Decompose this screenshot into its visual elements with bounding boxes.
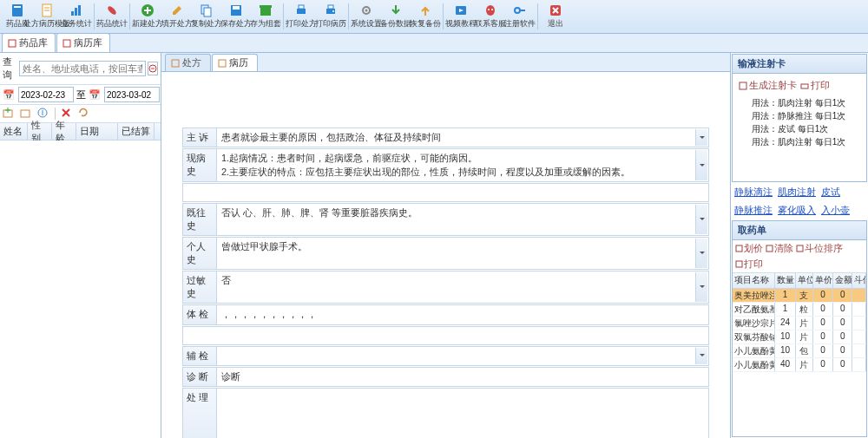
rx-list-panel: 取药单 划价清除斗位排序打印 项目名称数量单位单价金额斗位 奥美拉唑注射液1支0… (732, 220, 867, 437)
backup-btn[interactable]: 备份数据 (382, 1, 410, 32)
diagnosis-row: 诊 断诊断 (182, 367, 709, 387)
rx-row[interactable]: 双氯芬酸钠...10片00 (733, 330, 866, 344)
rx-cell: 0 (833, 358, 852, 371)
search-input[interactable] (19, 61, 146, 76)
refresh-icon[interactable] (78, 108, 90, 120)
dropdown-icon[interactable] (695, 239, 707, 268)
tab-record[interactable]: 病历 (212, 54, 258, 71)
route-link[interactable]: 皮试 (821, 186, 840, 199)
video-tutorial-btn[interactable]: 视频教程 (447, 1, 475, 32)
rx-cell: 片 (796, 358, 813, 371)
past-history-row: 既往史否认 心、肝、肺、脾、肾 等重要脏器疾病史。 (182, 203, 709, 236)
gen-card-button[interactable]: 生成注射卡 (739, 79, 797, 92)
blank-row (182, 183, 709, 202)
svg-rect-51 (766, 245, 773, 252)
tab-icon (8, 39, 16, 48)
adjust-price-button[interactable]: 划价 (735, 242, 763, 255)
rx-cell: 0 (833, 289, 852, 302)
down-icon (389, 3, 403, 17)
diagnosis-label: 诊 断 (182, 367, 217, 387)
route-link[interactable]: 雾化吸入 (778, 204, 816, 217)
edit-icon[interactable] (20, 108, 32, 120)
rx-row[interactable]: 对乙酰氨基...1粒00 (733, 303, 866, 317)
injection-line: 用法：肌肉注射 每日1次 (736, 96, 863, 109)
rx-cell: 小儿氨酚黄... (733, 358, 775, 371)
dropdown-icon[interactable] (695, 150, 707, 180)
save-group-btn[interactable]: 存为组套 (252, 1, 279, 32)
search-clear-icon[interactable] (148, 62, 159, 75)
dropdown-icon[interactable] (695, 348, 707, 364)
support-btn[interactable]: 联系客服 (477, 1, 504, 32)
plus-icon (141, 3, 155, 17)
past-history-field[interactable]: 否认 心、肝、肺、脾、肾 等重要脏器疾病史。 (217, 203, 709, 236)
injection-line: 用法：静脉推注 每日1次 (736, 109, 863, 122)
save-rx-btn[interactable]: 保存处方 (222, 1, 250, 32)
drug-stats-btn[interactable]: 药品统计 (98, 1, 126, 32)
chief-complaint-field[interactable]: 患者就诊最主要的原因，包括政治、体征及持续时间 (217, 127, 709, 147)
tab-rx[interactable]: 处方 (165, 54, 211, 71)
rx-row[interactable]: 小儿氨酚黄...40片00 (733, 358, 866, 372)
register-btn[interactable]: 注册软件 (506, 1, 534, 32)
biz-stats-btn[interactable]: 业务统计 (62, 1, 90, 32)
rx-cell: 0 (813, 344, 834, 357)
physical-exam-field[interactable]: ，，，，，，，，，， (217, 304, 709, 324)
aux-exam-field[interactable] (217, 346, 709, 366)
rx-cell: 0 (813, 330, 834, 343)
rx-cell: 片 (796, 330, 813, 343)
exit-btn[interactable]: 退出 (542, 1, 569, 32)
tab-drug-lib[interactable]: 药品库 (2, 33, 56, 52)
sort-price-button[interactable]: 斗位排序 (796, 242, 843, 255)
save-icon (229, 3, 243, 17)
route-links: 静脉滴注肌肉注射皮试静脉推注雾化吸入入小壶 (731, 183, 868, 219)
medical-record-form: 主 诉患者就诊最主要的原因，包括政治、体征及持续时间现病史1.起病情况：患者时间… (161, 72, 730, 438)
injection-card-panel: 输液注射卡 生成注射卡 打印 用法：肌肉注射 每日1次用法：静脉推注 每日1次用… (732, 54, 867, 182)
svg-rect-53 (736, 261, 742, 267)
dropdown-icon[interactable] (695, 205, 707, 234)
rx-cell: 24 (775, 317, 796, 330)
tab-icon (62, 39, 71, 48)
tab-record-lib[interactable]: 病历库 (56, 33, 110, 52)
date-to-input[interactable] (104, 87, 160, 102)
treatment-field[interactable] (217, 388, 709, 438)
tab-icon (218, 59, 227, 68)
print-card-button[interactable]: 打印 (800, 79, 830, 92)
print2-icon (324, 3, 338, 17)
date-from-input[interactable] (18, 87, 74, 102)
route-link[interactable]: 入小壶 (821, 204, 850, 217)
clear-button[interactable]: 清除 (766, 242, 793, 255)
pill-icon (105, 3, 119, 17)
restore-btn[interactable]: 恢复备份 (411, 1, 439, 32)
rx-col: 单价 (813, 273, 834, 288)
rx-cell (852, 289, 866, 302)
print-record-btn[interactable]: 打印病历 (317, 1, 345, 32)
doc-icon (40, 3, 54, 17)
rx-row[interactable]: 氯唑沙宗片24片00 (733, 317, 866, 330)
route-link[interactable]: 静脉推注 (734, 204, 773, 217)
add-icon[interactable] (3, 108, 15, 120)
dropdown-icon[interactable] (695, 129, 707, 146)
route-link[interactable]: 肌肉注射 (778, 186, 816, 199)
svg-rect-18 (297, 9, 306, 14)
new-rx-btn[interactable]: 新建处方 (134, 1, 161, 32)
rx-cell: 小儿氨酚黄... (733, 344, 775, 357)
allergy-history-field[interactable]: 否 (217, 271, 709, 304)
route-link[interactable]: 静脉滴注 (734, 186, 773, 199)
dropdown-icon[interactable] (695, 272, 707, 302)
rx-template-btn[interactable]: 处方病历模版 (33, 1, 61, 32)
rx-row[interactable]: 奥美拉唑注射液1支00 (733, 289, 866, 303)
sys-settings-btn[interactable]: 系统设置 (352, 1, 380, 32)
personal-history-field[interactable]: 曾做过甲状腺手术。 (217, 237, 709, 270)
print-rx-button[interactable]: 打印 (735, 258, 763, 271)
rx-row[interactable]: 小儿氨酚黄...10包00 (733, 344, 866, 358)
svg-rect-35 (63, 40, 70, 47)
print-rx-btn[interactable]: 打印处方 (287, 1, 315, 32)
present-illness-label: 现病史 (182, 148, 217, 182)
rx-body: 奥美拉唑注射液1支00对乙酰氨基...1粒00氯唑沙宗片24片00双氯芬酸钠..… (733, 289, 866, 436)
fill-rx-btn[interactable]: 填开处方 (163, 1, 191, 32)
blank-row (182, 326, 709, 345)
svg-rect-46 (172, 60, 179, 67)
rx-col: 项目名称 (733, 273, 775, 288)
copy-rx-btn[interactable]: 复制处方 (193, 1, 220, 32)
present-illness-field[interactable]: 1.起病情况：患者时间，起病缓急，前驱症状，可能的病因。2.主要症状的特点：应包… (217, 148, 709, 182)
diagnosis-field[interactable]: 诊断 (217, 367, 709, 387)
